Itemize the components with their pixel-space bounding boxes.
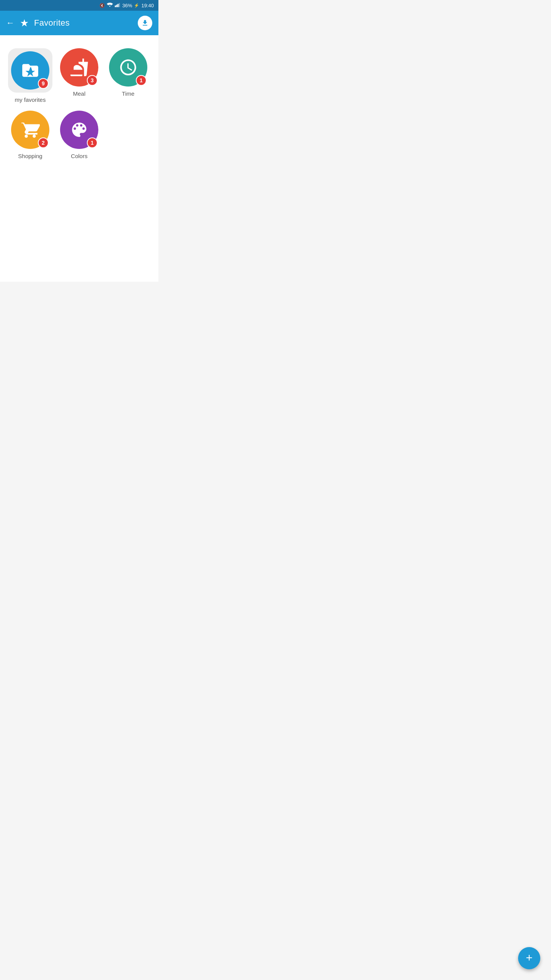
page-title: Favorites (34, 18, 70, 28)
badge-meal: 3 (87, 75, 98, 86)
svg-rect-3 (119, 3, 120, 7)
icon-container-colors: 1 (60, 111, 98, 149)
svg-rect-1 (116, 5, 117, 7)
battery-icon: ⚡ (134, 3, 139, 8)
label-colors: Colors (71, 153, 87, 159)
label-meal: Meal (73, 90, 86, 97)
icon-container-shopping: 2 (11, 111, 49, 149)
selected-highlight: 9 (8, 48, 52, 93)
category-meal[interactable]: 3 Meal (57, 48, 102, 103)
app-bar: ← ★ Favorites (0, 11, 158, 35)
category-shopping[interactable]: 2 Shopping (8, 111, 53, 159)
label-shopping: Shopping (18, 153, 42, 159)
category-my-favorites[interactable]: 9 my favorites (8, 48, 53, 103)
svg-rect-2 (117, 4, 119, 7)
category-colors[interactable]: 1 Colors (57, 111, 102, 159)
icon-container-time: 1 (109, 48, 147, 87)
label-time: Time (122, 90, 135, 97)
cart-icon (21, 120, 40, 139)
icon-container-my-favorites: 9 (11, 51, 49, 90)
download-button[interactable] (138, 16, 152, 30)
wifi-icon (107, 3, 113, 8)
status-icons: 🔇 36% ⚡ 19:40 (99, 3, 154, 8)
main-content: 9 my favorites 3 Meal (0, 35, 158, 282)
category-time[interactable]: 1 Time (106, 48, 151, 103)
categories-grid: 9 my favorites 3 Meal (8, 44, 151, 163)
palette-icon (70, 120, 89, 139)
battery-percent: 36% (122, 3, 132, 8)
star-folder-icon (21, 61, 40, 80)
status-bar: 🔇 36% ⚡ 19:40 (0, 0, 158, 11)
badge-my-favorites: 9 (38, 78, 49, 89)
svg-rect-0 (115, 5, 116, 7)
signal-icon (115, 3, 120, 8)
label-my-favorites: my favorites (15, 96, 46, 103)
cutlery-icon (70, 58, 89, 77)
badge-time: 1 (136, 75, 147, 86)
icon-container-meal: 3 (60, 48, 98, 87)
mute-icon: 🔇 (99, 3, 105, 8)
badge-colors: 1 (87, 137, 98, 148)
download-icon (141, 19, 149, 27)
star-icon: ★ (20, 17, 29, 29)
clock: 19:40 (141, 3, 154, 8)
app-bar-left: ← ★ Favorites (6, 17, 70, 29)
badge-shopping: 2 (38, 137, 49, 148)
clock-icon (119, 58, 138, 77)
back-button[interactable]: ← (6, 18, 15, 28)
